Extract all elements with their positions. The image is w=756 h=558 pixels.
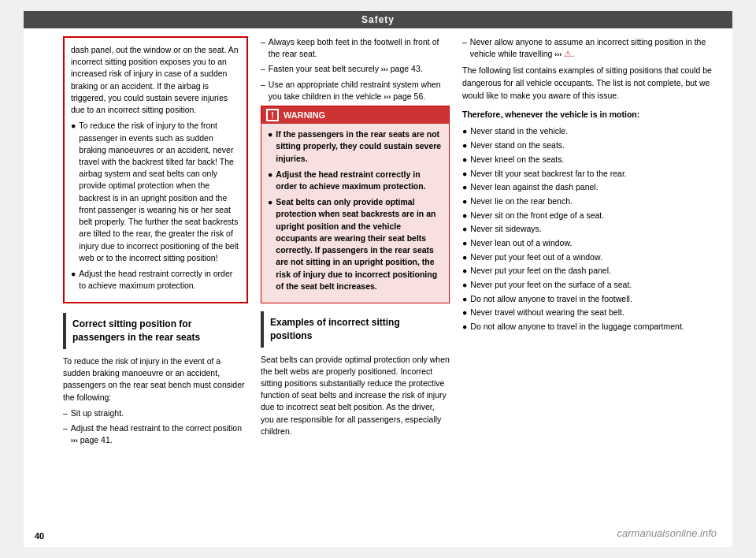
right-bullet-10: ● Never put your feet on the dash panel. (462, 265, 724, 277)
left-dash1: – Sit up straight. (63, 407, 248, 419)
right-bullet-7: ● Never sit sideways. (462, 223, 724, 235)
right-bullet-5: ● Never lie on the rear bench. (462, 195, 724, 207)
right-column: – Never allow anyone to assume an incorr… (462, 36, 724, 533)
red-box-bullet2-text: Adjust the head restraint correctly in o… (79, 268, 240, 292)
warning-triangle-icon: ! (266, 109, 279, 121)
correct-sitting-title: Correct sitting position for passengers … (63, 313, 248, 349)
right-bold-line: Therefore, whenever the vehicle is in mo… (462, 109, 724, 121)
left-dash2: – Adjust the head restraint to the corre… (63, 422, 248, 446)
left-body1: To reduce the risk of injury in the even… (63, 355, 248, 404)
mid-column: – Always keep both feet in the footwell … (261, 36, 450, 533)
warning-bullet-3: ● Seat belts can only provide optimal pr… (268, 196, 443, 292)
left-column: dash panel, out the window or on the sea… (63, 36, 248, 533)
right-bullet-4: ● Never lean against the dash panel. (462, 181, 724, 193)
right-bullet-0: ● Never stand in the vehicle. (462, 125, 724, 137)
content-area: dash panel, out the window or on the sea… (24, 28, 732, 541)
arrow-icon: ››› (71, 436, 78, 446)
examples-body: Seat belts can provide optimal protectio… (261, 354, 450, 438)
bullet-dot-2: ● (71, 268, 76, 292)
right-bullet-6: ● Never sit on the front edge of a seat. (462, 210, 724, 221)
right-bullet-3: ● Never tilt your seat backrest far to t… (462, 168, 724, 180)
right-bullet-13: ● Never travel without wearing the seat … (462, 307, 724, 318)
watermark: carmanualsonline.info (617, 527, 717, 539)
header-bar: Safety (24, 11, 732, 28)
right-bullets-list: ● Never stand in the vehicle. ● Never st… (462, 125, 724, 332)
mid-dash3: – Use an appropriate child restraint sys… (261, 79, 450, 102)
examples-title-box: Examples of incorrect sitting positions (261, 311, 450, 348)
warning-bullet-2: ● Adjust the head restraint correctly in… (268, 169, 443, 192)
right-bullet-11: ● Never put your feet on the surface of … (462, 279, 724, 291)
arrow-icon-4: ››› (554, 50, 561, 60)
right-bullet-8: ● Never lean out of a window. (462, 237, 724, 249)
right-bullet-14: ● Do not allow anyone to travel in the l… (462, 321, 724, 333)
red-box-bullet1-text: To reduce the risk of injury to the fron… (79, 120, 240, 264)
red-box-bullet2: ● Adjust the head restraint correctly in… (71, 268, 240, 292)
warning-label: WARNING (284, 110, 325, 120)
examples-title: Examples of incorrect sitting positions (270, 317, 400, 341)
right-body1: The following list contains examples of … (462, 65, 724, 102)
red-warning-box: dash panel, out the window or on the sea… (63, 36, 248, 303)
page: Safety dash panel, out the window or on … (24, 11, 732, 547)
right-bullet-12: ● Do not allow anyone to travel in the f… (462, 293, 724, 305)
mid-dash1: – Always keep both feet in the footwell … (261, 36, 450, 60)
warning-box: ! WARNING ● If the passengers in the rea… (261, 106, 450, 303)
red-box-intro: dash panel, out the window or on the sea… (71, 44, 240, 116)
warning-bullet-1: ● If the passengers in the rear seats ar… (268, 128, 443, 165)
warning-body: ● If the passengers in the rear seats ar… (268, 128, 443, 292)
arrow-icon-3: ››› (384, 92, 391, 102)
right-dash1: – Never allow anyone to assume an incorr… (462, 36, 724, 60)
page-number: 40 (35, 531, 44, 541)
right-bullet-2: ● Never kneel on the seats. (462, 154, 724, 166)
header-title: Safety (361, 14, 395, 25)
mid-dash2: – Fasten your seat belt securely ››› pag… (261, 63, 450, 75)
arrow-icon-2: ››› (381, 65, 388, 75)
right-bullet-9: ● Never put your feet out of a window. (462, 251, 724, 263)
warning-header: ! WARNING (261, 106, 449, 124)
red-box-bullet1: ● To reduce the risk of injury to the fr… (71, 120, 240, 264)
bullet-dot: ● (71, 120, 76, 264)
right-bullet-1: ● Never stand on the seats. (462, 140, 724, 151)
